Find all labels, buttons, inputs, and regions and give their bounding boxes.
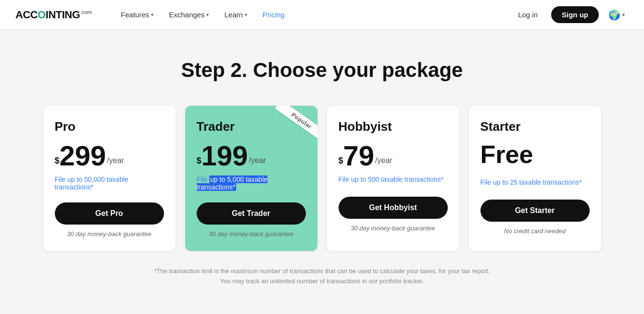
plan-card-trader: Popular Trader $ 199 /year File up to 5,… <box>185 106 317 251</box>
page-title: Step 2. Choose your package <box>43 59 601 82</box>
get-hobbyist-button[interactable]: Get Hobbyist <box>339 197 448 219</box>
plan-name-pro: Pro <box>55 119 164 134</box>
plan-description-pro: File up to 50,000 taxable transactions* <box>55 176 164 191</box>
price-period-trader: /year <box>249 156 266 165</box>
guarantee-pro: 30 day money-back guarantee <box>55 230 164 238</box>
guarantee-trader: 30 day money-back guarantee <box>197 230 306 238</box>
main-content: Step 2. Choose your package Pro $ 299 /y… <box>34 30 611 306</box>
plan-card-hobbyist: Hobbyist $ 79 /year File up to 500 taxab… <box>327 106 459 251</box>
chevron-down-icon: ▾ <box>245 12 247 17</box>
desc-prefix: File <box>197 176 209 183</box>
navbar: ACCOINTING.com Features ▾ Exchanges ▾ Le… <box>0 0 644 30</box>
plan-name-starter: Starter <box>480 119 590 134</box>
price-period-pro: /year <box>107 156 124 165</box>
plan-description-starter: File up to 25 taxable transactions* <box>480 178 590 188</box>
price-dollar-hobbyist: $ <box>339 156 343 166</box>
nav-item-exchanges[interactable]: Exchanges ▾ <box>163 7 215 23</box>
price-block-trader: $ 199 /year <box>197 142 306 170</box>
signup-button[interactable]: Sign up <box>551 6 599 23</box>
price-dollar-trader: $ <box>197 156 202 166</box>
get-starter-button[interactable]: Get Starter <box>480 200 590 222</box>
plan-name-hobbyist: Hobbyist <box>339 119 448 134</box>
get-pro-button[interactable]: Get Pro <box>55 202 164 225</box>
plan-description-hobbyist: File up to 500 taxable transactions* <box>339 176 448 185</box>
footnote: *The transaction limit is the maximum nu… <box>154 266 491 287</box>
navbar-nav: Features ▾ Exchanges ▾ Learn ▾ Pricing <box>115 7 510 23</box>
guarantee-starter: No credit card needed <box>480 227 590 235</box>
language-selector[interactable]: 🌍 ▾ <box>605 6 629 24</box>
price-block-pro: $ 299 /year <box>55 142 164 170</box>
price-amount-trader: 199 <box>202 142 248 170</box>
price-amount-pro: 299 <box>60 142 106 170</box>
price-block-hobbyist: $ 79 /year <box>339 142 448 170</box>
plan-card-starter: Starter Free File up to 25 taxable trans… <box>469 106 601 251</box>
nav-item-pricing[interactable]: Pricing <box>257 7 290 23</box>
price-dollar-pro: $ <box>55 156 60 166</box>
nav-item-learn[interactable]: Learn ▾ <box>218 7 253 23</box>
price-period-hobbyist: /year <box>375 156 392 165</box>
nav-item-features[interactable]: Features ▾ <box>115 7 159 23</box>
login-button[interactable]: Log in <box>510 7 545 23</box>
guarantee-hobbyist: 30 day money-back guarantee <box>339 225 448 232</box>
get-trader-button[interactable]: Get Trader <box>197 202 306 225</box>
plan-description-trader: File up to 5,000 taxable transactions* <box>197 176 306 191</box>
chevron-down-icon: ▾ <box>206 12 209 17</box>
chevron-down-icon: ▾ <box>622 12 625 17</box>
navbar-right: Log in Sign up 🌍 ▾ <box>510 6 629 24</box>
price-amount-hobbyist: 79 <box>343 142 375 170</box>
logo-text: ACCOINTING.com <box>15 9 92 21</box>
price-free-starter: Free <box>480 142 590 167</box>
plan-card-pro: Pro $ 299 /year File up to 50,000 taxabl… <box>43 106 176 251</box>
logo[interactable]: ACCOINTING.com <box>15 9 92 21</box>
chevron-down-icon: ▾ <box>151 12 153 17</box>
plan-name-trader: Trader <box>197 119 306 134</box>
pricing-grid: Pro $ 299 /year File up to 50,000 taxabl… <box>43 106 601 251</box>
globe-icon: 🌍 <box>608 9 620 21</box>
